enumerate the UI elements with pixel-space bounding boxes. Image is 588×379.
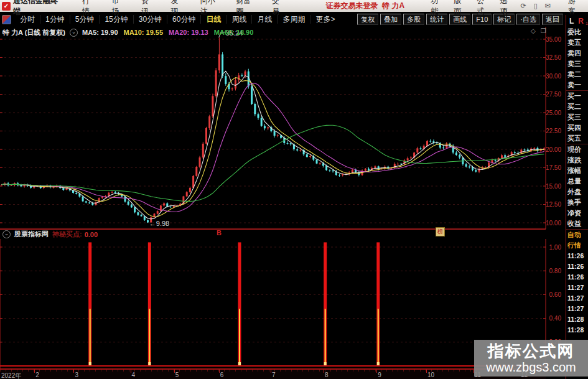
- month-label: 6: [220, 372, 224, 378]
- tick-timestamp: 11:26: [566, 261, 588, 272]
- svg-text:0.80: 0.80: [549, 268, 562, 274]
- ma-value-label: MA60: 18.90: [214, 29, 254, 36]
- quote-row-label: 买五: [566, 133, 588, 144]
- tick-timestamp: 11:26: [566, 251, 588, 261]
- menu-item[interactable]: 行情: [82, 0, 95, 17]
- month-tick: [219, 370, 220, 373]
- month-tick: [73, 370, 74, 373]
- year-label: 2022年: [1, 372, 21, 379]
- menu-item[interactable]: 选项: [500, 0, 513, 17]
- chevron-down-icon[interactable]: ⌄: [70, 29, 78, 37]
- svg-text:20.00: 20.00: [546, 146, 561, 153]
- time-axis: 2022年 23456789101112: [0, 368, 546, 379]
- app-logo-icon: ✓: [2, 2, 11, 11]
- month-tick: [271, 370, 271, 373]
- toolbar-button[interactable]: 返回: [542, 14, 563, 25]
- login-status-text: 证券交易未登录 特 力A: [325, 1, 404, 11]
- tab-level[interactable]: L: [569, 17, 574, 26]
- month-label: 3: [75, 372, 78, 378]
- quote-row-label: 买二: [566, 101, 588, 112]
- top-menu-bar: ✓ 通达信金融终端 行情市场资讯发现问小达财富圈交易 证券交易未登录 特 力A …: [0, 0, 588, 12]
- sidebar-tabs: L R 1000: [566, 15, 588, 27]
- menu-item[interactable]: 交易: [272, 0, 284, 17]
- quote-row-label: 卖四: [566, 48, 588, 58]
- indicator-source-label: 股票指标网: [14, 230, 49, 239]
- quote-row-label: 买四: [566, 123, 588, 133]
- quote-row-label: 涨幅: [566, 166, 588, 176]
- quote-row-label: 卖二: [566, 69, 588, 80]
- sidebar-mode-label[interactable]: 行情: [566, 240, 588, 251]
- menu-item[interactable]: 功能: [431, 0, 444, 17]
- menu-item[interactable]: 问小达: [200, 0, 220, 17]
- chart-header: 特 力A (日线 前复权) ⌄ MA5: 19.90MA10: 19.55MA2…: [2, 28, 253, 37]
- menu-item[interactable]: 发现: [170, 0, 183, 17]
- ma-value-label: MA5: 19.90: [82, 29, 118, 36]
- quote-row-label: 总量: [566, 176, 588, 187]
- svg-text:1.00: 1.00: [549, 244, 562, 251]
- month-label: 9: [378, 372, 381, 378]
- quote-row-label: 收益: [566, 218, 588, 229]
- chart-type-icon[interactable]: [2, 15, 11, 24]
- month-tick: [324, 370, 324, 373]
- svg-text:12.50: 12.50: [546, 201, 561, 208]
- window-icon[interactable]: ❐: [541, 27, 546, 34]
- menu-item[interactable]: 市场: [112, 0, 124, 17]
- svg-text:0.60: 0.60: [549, 291, 562, 298]
- quote-row-label: 涨跌: [566, 155, 588, 166]
- svg-text:32.50: 32.50: [546, 54, 561, 61]
- period-tab[interactable]: 更多>: [310, 15, 340, 24]
- diamond-icon[interactable]: ◇: [531, 27, 536, 34]
- toolbar-button[interactable]: 叠加: [380, 14, 401, 25]
- month-label: 5: [175, 372, 179, 378]
- tick-timestamp: 11:27: [566, 304, 588, 314]
- month-label: 2: [35, 372, 39, 378]
- svg-text:35.00: 35.00: [546, 36, 561, 43]
- collapse-icon[interactable]: ⌄: [2, 230, 11, 238]
- quote-row-label: 卖一: [566, 80, 588, 90]
- ma-legend: MA5: 19.90MA10: 19.55MA20: 19.13MA60: 18…: [82, 29, 253, 36]
- tab-right-sub: 1000: [586, 21, 588, 26]
- indicator-name-label: 神秘买点:: [52, 230, 82, 239]
- svg-text:0.40: 0.40: [549, 315, 562, 322]
- quote-sidebar: L R 1000 委比卖五卖四卖三卖二卖一买一买二买三买四买五现价涨跌涨幅总量外…: [566, 15, 588, 379]
- secondary-menu: 功能版面公式选项: [431, 0, 513, 17]
- user-guest-label[interactable]: 游客: [568, 0, 582, 17]
- quote-rows: 委比卖五卖四卖三卖二卖一买一买二买三买四买五现价涨跌涨幅总量外盘换手净资收益自动…: [566, 27, 588, 335]
- tdx-terminal-window: ✓ 通达信金融终端 行情市场资讯发现问小达财富圈交易 证券交易未登录 特 力A …: [0, 0, 588, 379]
- month-label: 4: [132, 372, 136, 378]
- toolbar-button[interactable]: ·自选: [516, 14, 540, 25]
- month-tick: [376, 370, 377, 373]
- sidebar-mode-label[interactable]: 自动: [566, 229, 588, 240]
- indicator-header: ⌄ 股票指标网 神秘买点: 0.00: [0, 229, 546, 239]
- quote-row-label: 换手: [566, 197, 588, 208]
- tick-timestamp: 11:27: [566, 293, 588, 304]
- quote-row-label: 卖三: [566, 58, 588, 69]
- toolbar-button[interactable]: 复权: [357, 14, 378, 25]
- refresh-icon[interactable]: ⟳: [520, 2, 526, 10]
- watermark: 指标公式网 www.zbgs3.com: [474, 340, 588, 377]
- menu-item[interactable]: 资讯: [141, 0, 154, 17]
- stock-title: 特 力A (日线 前复权): [2, 28, 65, 37]
- month-label: 8: [325, 372, 329, 378]
- svg-text:17.50: 17.50: [546, 164, 561, 171]
- menu-item[interactable]: 公式: [477, 0, 490, 17]
- svg-text:10.00: 10.00: [546, 220, 561, 227]
- phone-icon[interactable]: ▯: [534, 2, 538, 10]
- month-tick: [426, 370, 427, 373]
- quote-row-label: 外盘: [566, 187, 588, 197]
- quote-row-label: 买一: [566, 90, 588, 101]
- quote-row-label: 买三: [566, 112, 588, 123]
- tick-timestamp: 11:28: [566, 325, 588, 335]
- tab-right[interactable]: R: [578, 17, 584, 26]
- ma-value-label: MA20: 19.13: [169, 29, 208, 36]
- tick-timestamp: 11:28: [566, 314, 588, 325]
- month-label: 10: [427, 372, 434, 378]
- menu-item[interactable]: 财富圈: [236, 0, 255, 17]
- list-badge-icon: 榜: [436, 227, 445, 236]
- menu-item[interactable]: 版面: [454, 0, 467, 17]
- mail-icon[interactable]: ✉: [545, 2, 551, 10]
- quote-row-label: 现价: [566, 144, 588, 155]
- toolbar-button[interactable]: 多股: [403, 14, 424, 25]
- svg-text:22.50: 22.50: [546, 128, 561, 134]
- watermark-title: 指标公式网: [488, 342, 575, 360]
